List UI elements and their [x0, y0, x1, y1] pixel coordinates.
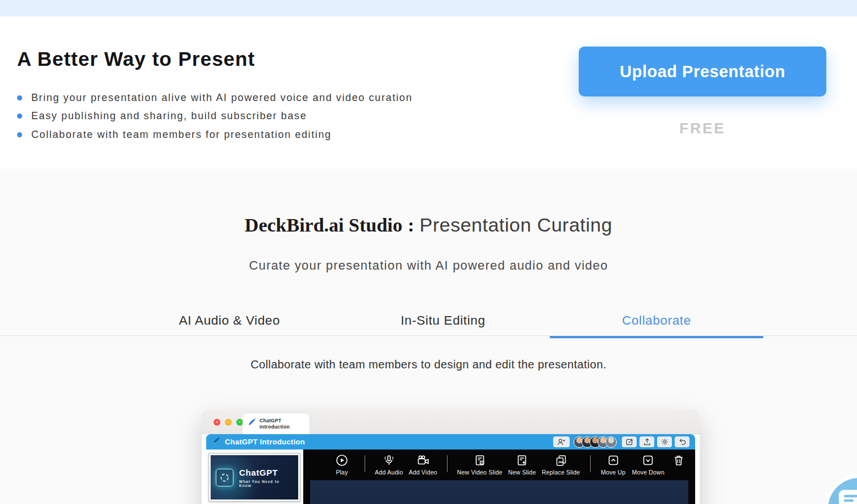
tab-divider-line: [0, 335, 857, 336]
app-window-screenshot: × − + ChatGPT Introduction ChatGPT Intro…: [202, 410, 700, 504]
video-camera-icon: [416, 453, 430, 467]
toolbar-divider: [365, 455, 365, 472]
move-up-icon: [607, 453, 620, 467]
hero-section: A Better Way to Present Bring your prese…: [0, 16, 857, 169]
list-item: Collaborate with team members for presen…: [17, 125, 412, 144]
slide-thumb-text: ChatGPT What You Need to Know: [239, 468, 293, 488]
page-title: A Better Way to Present: [17, 48, 255, 70]
settings-button[interactable]: [657, 436, 672, 447]
trash-icon: [672, 453, 685, 467]
bullet-icon: [17, 132, 22, 137]
deckbird-feather-icon: [247, 418, 257, 430]
window-titlebar: × − + ChatGPT Introduction: [202, 410, 700, 434]
free-badge: FREE: [579, 120, 826, 137]
tab-ai-audio-video[interactable]: AI Audio & Video: [123, 306, 336, 335]
upload-presentation-button[interactable]: Upload Presentation: [579, 47, 826, 96]
editor-toolbar: Play Add Audio Add Video: [303, 450, 695, 480]
delete-slide-button[interactable]: [667, 453, 690, 469]
edit-button[interactable]: [622, 436, 637, 447]
tab-in-situ-editing[interactable]: In-Situ Editing: [336, 306, 550, 335]
tab-description: Collaborate with team members to design …: [0, 358, 857, 371]
window-body: ChatGPT Introduction: [202, 434, 700, 504]
microphone-icon: [382, 453, 396, 467]
bullet-icon: [17, 114, 22, 119]
slide-thumbnail[interactable]: ChatGPT What You Need to Know: [209, 453, 300, 501]
avatar[interactable]: [605, 436, 617, 448]
add-user-button[interactable]: [553, 436, 570, 447]
feature-text: Bring your presentation alive with AI po…: [31, 92, 412, 104]
tab-collaborate[interactable]: Collaborate: [550, 306, 763, 335]
presentation-title: ChatGPT Introduction: [225, 438, 305, 446]
add-video-button[interactable]: Add Video: [406, 453, 440, 476]
studio-subtitle: Curate your presentation with AI powered…: [0, 258, 857, 273]
document-tab[interactable]: ChatGPT Introduction: [243, 413, 310, 434]
chat-bubble-icon: [838, 488, 857, 504]
bullet-icon: [17, 95, 22, 100]
add-audio-button[interactable]: Add Audio: [372, 453, 406, 476]
app-header-bar: ChatGPT Introduction: [206, 434, 695, 450]
title-separator: :: [408, 215, 414, 236]
openai-logo-icon: [216, 469, 233, 486]
collaborator-avatars: [574, 436, 617, 448]
upload-button[interactable]: [639, 436, 654, 447]
list-item: Easy publishing and sharing, build subsc…: [17, 107, 412, 126]
studio-title: DeckBird.ai Studio : Presentation Curati…: [0, 214, 857, 236]
feature-text: Collaborate with team members for presen…: [31, 129, 332, 141]
minimize-window-icon[interactable]: −: [225, 419, 232, 426]
studio-title-text: Presentation Curating: [420, 214, 612, 236]
new-video-slide-icon: [473, 453, 487, 467]
slide-canvas: [310, 480, 688, 504]
new-slide-icon: [515, 453, 529, 467]
slide-subtitle: What You Need to Know: [239, 480, 293, 488]
new-slide-button[interactable]: New Slide: [505, 453, 539, 476]
deckbird-feather-icon: [212, 436, 221, 448]
move-up-button[interactable]: Move Up: [597, 453, 629, 476]
replace-slide-icon: [554, 453, 568, 467]
toolbar-divider: [447, 455, 448, 472]
top-banner: [0, 0, 857, 16]
feature-list: Bring your presentation alive with AI po…: [17, 89, 412, 144]
play-icon: [335, 453, 349, 467]
close-window-icon[interactable]: ×: [214, 419, 220, 426]
slide-title: ChatGPT: [239, 468, 293, 477]
feature-text: Easy publishing and sharing, build subsc…: [31, 110, 307, 122]
document-tab-label: ChatGPT Introduction: [260, 418, 295, 430]
replace-slide-button[interactable]: Replace Slide: [539, 453, 583, 476]
list-item: Bring your presentation alive with AI po…: [17, 89, 412, 107]
traffic-lights: × − +: [214, 419, 243, 426]
slide-sidebar: ChatGPT What You Need to Know: [206, 450, 303, 504]
new-video-slide-button[interactable]: New Video Slide: [454, 453, 505, 476]
tab-bar: AI Audio & Video In-Situ Editing Collabo…: [123, 306, 763, 335]
landing-page: A Better Way to Present Bring your prese…: [0, 0, 857, 504]
brand-name: DeckBird.ai Studio: [245, 215, 403, 236]
toolbar-divider: [590, 455, 591, 472]
play-button[interactable]: Play: [326, 453, 358, 476]
editor-main: Play Add Audio Add Video: [303, 450, 695, 504]
move-down-button[interactable]: Move Down: [629, 453, 667, 476]
undo-button[interactable]: [675, 436, 689, 447]
header-controls: [553, 436, 689, 448]
move-down-icon: [641, 453, 655, 467]
window-content: ChatGPT What You Need to Know Play: [206, 450, 695, 504]
